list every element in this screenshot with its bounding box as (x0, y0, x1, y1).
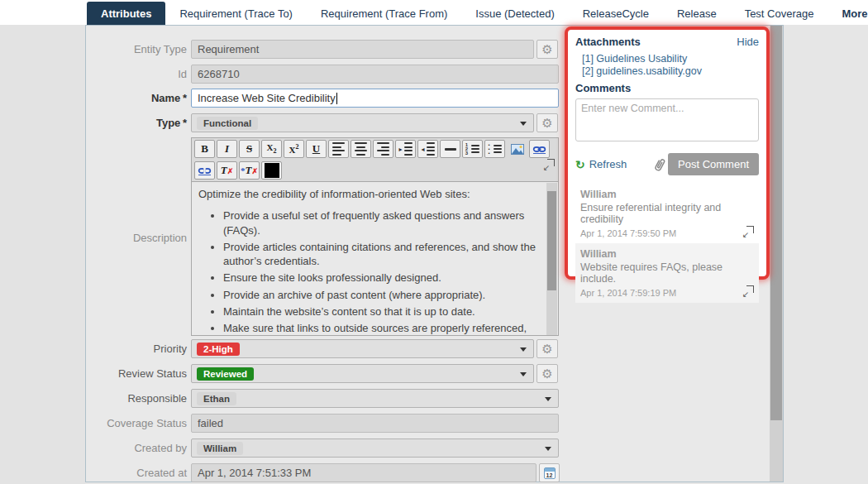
color-swatch-button[interactable] (261, 161, 282, 180)
type-gear-button[interactable]: ⚙ (537, 113, 558, 132)
name-label: Name * (86, 92, 187, 104)
coverage-status-field: failed (191, 414, 559, 433)
page-scrollbar-thumb[interactable] (770, 26, 782, 420)
tab-attributes[interactable]: Attributes (87, 2, 165, 25)
hide-link[interactable]: Hide (737, 36, 759, 48)
created-at-field: Apr 1, 2014 7:51:33 PM (191, 463, 537, 482)
outdent-icon: ◂ (421, 141, 434, 156)
responsible-row: Responsible Ethan (86, 389, 783, 409)
refresh-label: Refresh (589, 158, 627, 170)
attachment-link[interactable]: [1] Guidelines Usability (582, 53, 759, 65)
editor-toolbar: BISX2X2U▸◂123•••T✗*T✗ (191, 137, 559, 181)
description-bullet: Provide articles containing citations an… (223, 240, 541, 269)
numbered-list-icon: 123 (465, 143, 479, 156)
bullet-list-button[interactable]: ••• (484, 140, 505, 158)
align-right-icon (377, 141, 389, 156)
horizontal-rule-button[interactable] (440, 140, 460, 158)
attachments-title: Attachments (575, 36, 641, 48)
align-left-icon (332, 141, 345, 156)
tab-test-coverage[interactable]: Test Coverage (731, 2, 828, 25)
superscript-button[interactable]: X2 (284, 140, 304, 158)
subscript-button[interactable]: X2 (261, 140, 282, 158)
review-status-select[interactable]: Reviewed (191, 364, 534, 383)
tab-requirement-trace-to[interactable]: Requirement (Trace To) (165, 2, 307, 25)
strikethrough-button[interactable]: S (239, 140, 260, 158)
name-input[interactable]: Increase Web Site Credibility (191, 89, 559, 108)
description-bullet: Provide an archive of past content (wher… (223, 288, 541, 302)
indent-button[interactable]: ▸ (395, 140, 416, 158)
tab-release[interactable]: Release (663, 2, 731, 25)
new-comment-input[interactable] (575, 98, 759, 141)
review-status-gear-button[interactable]: ⚙ (537, 364, 558, 383)
maximize-editor-icon[interactable] (544, 159, 555, 170)
tab-issue-detected[interactable]: Issue (Detected) (461, 2, 568, 25)
page-scrollbar[interactable] (770, 26, 783, 482)
superscript-icon: X2 (289, 143, 299, 155)
entity-type-gear-button[interactable]: ⚙ (537, 40, 558, 59)
created-at-row: Created at Apr 1, 2014 7:51:33 PM 12 (86, 463, 783, 483)
attach-file-button[interactable] (653, 157, 666, 172)
calendar-button[interactable]: 12 (539, 463, 560, 482)
description-bullet: Maintain the website’s content so that i… (223, 304, 541, 319)
description-intro: Optimize the credibility of information-… (198, 187, 541, 201)
entity-type-field: Requirement (191, 40, 534, 59)
tab-bar: AttributesRequirement (Trace To)Requirem… (0, 0, 868, 25)
refresh-link[interactable]: ↻ Refresh (575, 158, 627, 171)
bold-button[interactable]: B (194, 140, 215, 158)
align-right-button[interactable] (373, 140, 393, 158)
priority-select[interactable]: 2-High (191, 339, 534, 358)
created-by-select[interactable]: William (191, 438, 559, 458)
description-content[interactable]: Optimize the credibility of information-… (191, 181, 559, 336)
type-value-chip: Functional (197, 117, 258, 130)
expand-comment-icon[interactable] (743, 226, 754, 237)
align-center-button[interactable] (351, 140, 371, 158)
created-by-label: Created by (86, 442, 187, 454)
align-left-button[interactable] (328, 140, 349, 158)
review-status-row: Review Status Reviewed ⚙ (86, 364, 783, 384)
post-comment-button[interactable]: Post Comment (668, 153, 759, 175)
left-gutter (0, 25, 85, 484)
id-label: Id (86, 68, 187, 80)
outdent-button[interactable]: ◂ (417, 140, 438, 158)
chevron-down-icon (520, 372, 527, 376)
insert-image-button[interactable] (507, 140, 527, 158)
chevron-down-icon (520, 347, 527, 352)
editor-scrollbar-thumb[interactable] (547, 191, 556, 290)
expand-comment-icon[interactable] (743, 285, 754, 296)
remove-styles-icon: *T✗ (241, 164, 258, 177)
comment-date: Apr 1, 2014 7:59:19 PM (580, 288, 756, 298)
gear-icon: ⚙ (541, 342, 552, 357)
type-select[interactable]: Functional (191, 113, 534, 132)
responsible-select[interactable]: Ethan (191, 389, 559, 408)
attachment-link[interactable]: [2] guidelines.usability.gov (582, 65, 759, 77)
remove-format-icon: T✗ (221, 164, 234, 177)
editor-scrollbar[interactable] (546, 183, 557, 336)
unlink-button[interactable] (194, 161, 215, 180)
review-status-badge: Reviewed (197, 367, 254, 381)
insert-image-icon (511, 144, 524, 155)
gear-icon: ⚙ (541, 116, 552, 131)
remove-styles-button[interactable]: *T✗ (239, 161, 260, 180)
tab-requirement-trace-from[interactable]: Requirement (Trace From) (307, 2, 461, 25)
priority-badge: 2-High (197, 343, 240, 356)
unlink-icon (198, 166, 212, 175)
priority-gear-button[interactable]: ⚙ (537, 339, 558, 358)
responsible-chip: Ethan (197, 392, 236, 405)
italic-button[interactable]: I (217, 140, 237, 158)
comments-title: Comments (575, 82, 759, 94)
tab-more[interactable]: More (827, 2, 868, 25)
tab-releasecycle[interactable]: ReleaseCycle (569, 2, 663, 25)
created-by-row: Created by William (86, 438, 783, 458)
numbered-list-button[interactable]: 123 (462, 140, 483, 158)
italic-icon: I (225, 142, 229, 156)
insert-link-button[interactable] (529, 140, 550, 158)
coverage-status-label: Coverage Status (86, 417, 187, 429)
created-by-chip: William (197, 442, 243, 455)
underline-button[interactable]: U (306, 140, 327, 158)
responsible-label: Responsible (86, 392, 187, 405)
comment-item: WilliamWebsite requires FAQs, please inc… (575, 243, 759, 303)
remove-format-button[interactable]: T✗ (217, 161, 237, 180)
coverage-status-row: Coverage Status failed (86, 414, 783, 434)
description-bullet: Make sure that links to outside sources … (223, 321, 541, 336)
gear-icon: ⚙ (541, 42, 552, 57)
